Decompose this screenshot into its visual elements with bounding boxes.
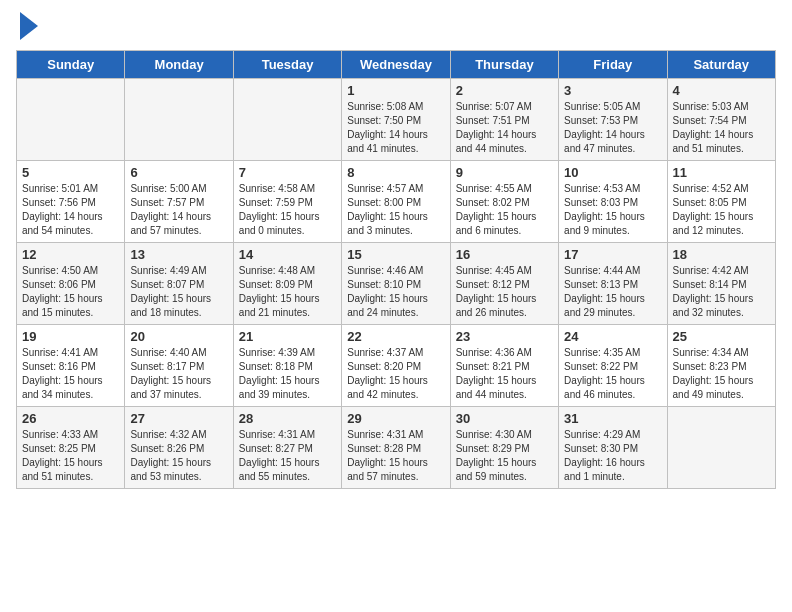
day-number: 29	[347, 411, 444, 426]
calendar-cell: 4Sunrise: 5:03 AM Sunset: 7:54 PM Daylig…	[667, 79, 775, 161]
day-info: Sunrise: 4:52 AM Sunset: 8:05 PM Dayligh…	[673, 182, 770, 238]
day-info: Sunrise: 4:49 AM Sunset: 8:07 PM Dayligh…	[130, 264, 227, 320]
calendar-cell: 21Sunrise: 4:39 AM Sunset: 8:18 PM Dayli…	[233, 325, 341, 407]
day-number: 18	[673, 247, 770, 262]
calendar-cell: 23Sunrise: 4:36 AM Sunset: 8:21 PM Dayli…	[450, 325, 558, 407]
day-number: 21	[239, 329, 336, 344]
day-number: 22	[347, 329, 444, 344]
calendar-cell	[125, 79, 233, 161]
col-header-saturday: Saturday	[667, 51, 775, 79]
day-info: Sunrise: 4:58 AM Sunset: 7:59 PM Dayligh…	[239, 182, 336, 238]
day-number: 20	[130, 329, 227, 344]
calendar-cell	[17, 79, 125, 161]
day-info: Sunrise: 4:57 AM Sunset: 8:00 PM Dayligh…	[347, 182, 444, 238]
day-number: 4	[673, 83, 770, 98]
day-info: Sunrise: 4:29 AM Sunset: 8:30 PM Dayligh…	[564, 428, 661, 484]
day-info: Sunrise: 4:37 AM Sunset: 8:20 PM Dayligh…	[347, 346, 444, 402]
calendar-cell: 8Sunrise: 4:57 AM Sunset: 8:00 PM Daylig…	[342, 161, 450, 243]
day-number: 3	[564, 83, 661, 98]
day-info: Sunrise: 4:45 AM Sunset: 8:12 PM Dayligh…	[456, 264, 553, 320]
day-number: 12	[22, 247, 119, 262]
day-info: Sunrise: 4:31 AM Sunset: 8:28 PM Dayligh…	[347, 428, 444, 484]
day-number: 11	[673, 165, 770, 180]
page-header	[16, 16, 776, 40]
calendar-cell: 9Sunrise: 4:55 AM Sunset: 8:02 PM Daylig…	[450, 161, 558, 243]
day-info: Sunrise: 4:53 AM Sunset: 8:03 PM Dayligh…	[564, 182, 661, 238]
calendar-cell: 11Sunrise: 4:52 AM Sunset: 8:05 PM Dayli…	[667, 161, 775, 243]
calendar-cell: 27Sunrise: 4:32 AM Sunset: 8:26 PM Dayli…	[125, 407, 233, 489]
day-info: Sunrise: 4:32 AM Sunset: 8:26 PM Dayligh…	[130, 428, 227, 484]
day-info: Sunrise: 4:31 AM Sunset: 8:27 PM Dayligh…	[239, 428, 336, 484]
calendar-cell: 26Sunrise: 4:33 AM Sunset: 8:25 PM Dayli…	[17, 407, 125, 489]
calendar-cell: 28Sunrise: 4:31 AM Sunset: 8:27 PM Dayli…	[233, 407, 341, 489]
calendar-week-1: 1Sunrise: 5:08 AM Sunset: 7:50 PM Daylig…	[17, 79, 776, 161]
col-header-thursday: Thursday	[450, 51, 558, 79]
day-number: 28	[239, 411, 336, 426]
calendar-cell: 20Sunrise: 4:40 AM Sunset: 8:17 PM Dayli…	[125, 325, 233, 407]
calendar-cell: 19Sunrise: 4:41 AM Sunset: 8:16 PM Dayli…	[17, 325, 125, 407]
day-number: 30	[456, 411, 553, 426]
day-info: Sunrise: 4:33 AM Sunset: 8:25 PM Dayligh…	[22, 428, 119, 484]
day-number: 10	[564, 165, 661, 180]
calendar-cell: 17Sunrise: 4:44 AM Sunset: 8:13 PM Dayli…	[559, 243, 667, 325]
calendar-week-3: 12Sunrise: 4:50 AM Sunset: 8:06 PM Dayli…	[17, 243, 776, 325]
calendar-week-4: 19Sunrise: 4:41 AM Sunset: 8:16 PM Dayli…	[17, 325, 776, 407]
calendar-cell: 2Sunrise: 5:07 AM Sunset: 7:51 PM Daylig…	[450, 79, 558, 161]
col-header-sunday: Sunday	[17, 51, 125, 79]
day-info: Sunrise: 4:41 AM Sunset: 8:16 PM Dayligh…	[22, 346, 119, 402]
col-header-monday: Monday	[125, 51, 233, 79]
calendar-cell: 3Sunrise: 5:05 AM Sunset: 7:53 PM Daylig…	[559, 79, 667, 161]
day-info: Sunrise: 4:48 AM Sunset: 8:09 PM Dayligh…	[239, 264, 336, 320]
day-info: Sunrise: 4:46 AM Sunset: 8:10 PM Dayligh…	[347, 264, 444, 320]
calendar-cell: 15Sunrise: 4:46 AM Sunset: 8:10 PM Dayli…	[342, 243, 450, 325]
day-number: 13	[130, 247, 227, 262]
day-number: 6	[130, 165, 227, 180]
day-number: 19	[22, 329, 119, 344]
day-number: 15	[347, 247, 444, 262]
calendar-cell: 6Sunrise: 5:00 AM Sunset: 7:57 PM Daylig…	[125, 161, 233, 243]
day-number: 7	[239, 165, 336, 180]
day-number: 8	[347, 165, 444, 180]
day-number: 16	[456, 247, 553, 262]
calendar-cell: 5Sunrise: 5:01 AM Sunset: 7:56 PM Daylig…	[17, 161, 125, 243]
day-number: 17	[564, 247, 661, 262]
calendar-cell: 12Sunrise: 4:50 AM Sunset: 8:06 PM Dayli…	[17, 243, 125, 325]
day-info: Sunrise: 5:08 AM Sunset: 7:50 PM Dayligh…	[347, 100, 444, 156]
day-number: 14	[239, 247, 336, 262]
day-info: Sunrise: 4:44 AM Sunset: 8:13 PM Dayligh…	[564, 264, 661, 320]
day-number: 31	[564, 411, 661, 426]
day-info: Sunrise: 4:39 AM Sunset: 8:18 PM Dayligh…	[239, 346, 336, 402]
day-number: 9	[456, 165, 553, 180]
day-number: 1	[347, 83, 444, 98]
day-info: Sunrise: 4:35 AM Sunset: 8:22 PM Dayligh…	[564, 346, 661, 402]
col-header-wednesday: Wednesday	[342, 51, 450, 79]
day-number: 5	[22, 165, 119, 180]
day-info: Sunrise: 4:30 AM Sunset: 8:29 PM Dayligh…	[456, 428, 553, 484]
calendar-cell: 22Sunrise: 4:37 AM Sunset: 8:20 PM Dayli…	[342, 325, 450, 407]
calendar-cell: 10Sunrise: 4:53 AM Sunset: 8:03 PM Dayli…	[559, 161, 667, 243]
calendar-cell: 1Sunrise: 5:08 AM Sunset: 7:50 PM Daylig…	[342, 79, 450, 161]
calendar-cell: 24Sunrise: 4:35 AM Sunset: 8:22 PM Dayli…	[559, 325, 667, 407]
day-info: Sunrise: 4:34 AM Sunset: 8:23 PM Dayligh…	[673, 346, 770, 402]
day-info: Sunrise: 4:50 AM Sunset: 8:06 PM Dayligh…	[22, 264, 119, 320]
day-number: 23	[456, 329, 553, 344]
day-info: Sunrise: 4:36 AM Sunset: 8:21 PM Dayligh…	[456, 346, 553, 402]
calendar-cell: 16Sunrise: 4:45 AM Sunset: 8:12 PM Dayli…	[450, 243, 558, 325]
calendar-header-row: SundayMondayTuesdayWednesdayThursdayFrid…	[17, 51, 776, 79]
day-info: Sunrise: 4:40 AM Sunset: 8:17 PM Dayligh…	[130, 346, 227, 402]
calendar-week-5: 26Sunrise: 4:33 AM Sunset: 8:25 PM Dayli…	[17, 407, 776, 489]
day-number: 2	[456, 83, 553, 98]
col-header-friday: Friday	[559, 51, 667, 79]
calendar-cell: 31Sunrise: 4:29 AM Sunset: 8:30 PM Dayli…	[559, 407, 667, 489]
day-number: 26	[22, 411, 119, 426]
calendar-week-2: 5Sunrise: 5:01 AM Sunset: 7:56 PM Daylig…	[17, 161, 776, 243]
day-info: Sunrise: 4:55 AM Sunset: 8:02 PM Dayligh…	[456, 182, 553, 238]
calendar-cell: 30Sunrise: 4:30 AM Sunset: 8:29 PM Dayli…	[450, 407, 558, 489]
day-info: Sunrise: 5:07 AM Sunset: 7:51 PM Dayligh…	[456, 100, 553, 156]
col-header-tuesday: Tuesday	[233, 51, 341, 79]
calendar-cell: 14Sunrise: 4:48 AM Sunset: 8:09 PM Dayli…	[233, 243, 341, 325]
calendar-cell	[233, 79, 341, 161]
day-info: Sunrise: 5:01 AM Sunset: 7:56 PM Dayligh…	[22, 182, 119, 238]
day-number: 27	[130, 411, 227, 426]
calendar-cell	[667, 407, 775, 489]
